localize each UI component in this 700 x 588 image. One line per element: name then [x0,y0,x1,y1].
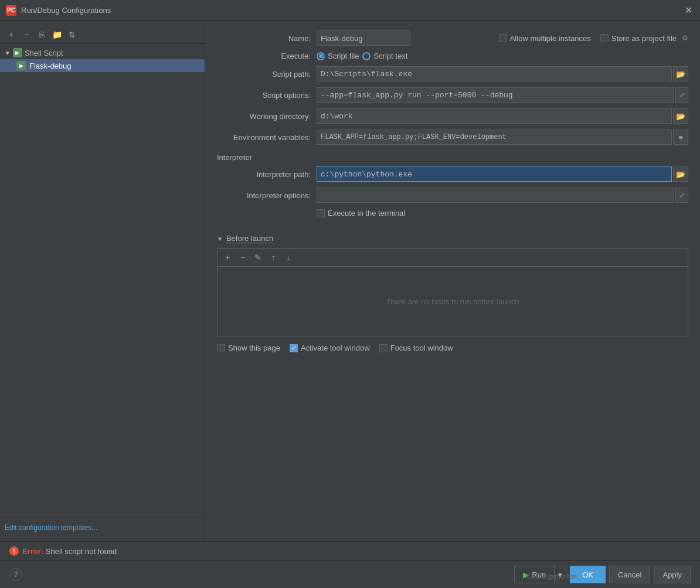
show-this-page-checkbox-item[interactable]: Show this page [217,344,280,352]
activate-tool-window-checkbox-item[interactable]: ✓ Activate tool window [290,344,370,352]
bottom-options: Show this page ✓ Activate tool window Fo… [217,344,688,352]
before-launch-chevron-icon: ▼ [217,236,223,242]
script-file-radio-item[interactable]: Script file [317,52,359,60]
error-text: Error: Shell script not found [22,547,117,556]
before-launch-down-button[interactable]: ↓ [282,251,295,264]
title-bar: PC Run/Debug Configurations ✕ [0,0,700,21]
sort-button[interactable]: ⇅ [66,28,79,41]
working-directory-input[interactable] [317,108,672,124]
add-config-button[interactable]: + [5,28,18,41]
window-title: Run/Debug Configurations [21,6,111,15]
before-launch-add-button[interactable]: + [221,251,234,264]
name-row: Name: Allow multiple instances Store as … [217,30,688,46]
allow-multiple-checkbox-item[interactable]: Allow multiple instances [499,34,591,43]
script-path-row: Script path: 📂 [217,66,688,81]
show-this-page-checkbox[interactable] [217,344,225,352]
before-launch-edit-button[interactable]: ✎ [252,251,264,264]
execute-label: Execute: [217,52,311,60]
script-text-radio-item[interactable]: Script text [362,52,407,60]
bottom-bar: ? CSDN @inyo film ▶ Run ▾ OK Cancel Appl… [0,560,700,588]
interpreter-path-browse-button[interactable]: 📂 [673,166,688,182]
script-options-label: Script options: [217,91,311,100]
interpreter-path-label: Interpreter path: [217,170,311,179]
interpreter-path-input[interactable] [317,166,672,182]
close-button[interactable]: ✕ [682,5,694,16]
name-input[interactable] [317,30,410,46]
before-launch-title: Before launch [226,234,273,243]
before-launch-content: There are no tasks to run before launch [217,266,688,337]
interpreter-path-input-group: 📂 [317,166,688,182]
interpreter-options-expand-button[interactable]: ⤢ [675,188,688,203]
store-as-project-label: Store as project file [611,34,677,43]
script-text-label: Script text [373,52,407,60]
focus-tool-window-label: Focus tool window [390,344,453,352]
allow-multiple-checkbox[interactable] [499,34,507,42]
script-options-expand-button[interactable]: ⤢ [675,87,688,103]
folder-button[interactable]: 📁 [50,28,63,41]
before-launch-toolbar: + − ✎ ↑ ↓ [217,248,688,266]
shell-script-icon: ▶ [13,48,22,57]
sidebar: + − ⎘ 📁 ⇅ ▼ ▶ Shell Script ▶ Flask-debug… [0,21,205,541]
working-directory-row: Working directory: 📂 [217,108,688,124]
name-row-right: Allow multiple instances Store as projec… [317,30,688,46]
script-options-row: Script options: ⤢ [217,87,688,103]
app-icon: PC [6,5,16,16]
apply-button[interactable]: Apply [654,566,691,583]
watermark: CSDN @inyo film [526,573,577,580]
copy-config-button[interactable]: ⎘ [35,28,48,41]
error-icon: ! [9,546,19,556]
script-path-input[interactable] [317,66,672,81]
execute-terminal-row: Execute in the terminal [317,209,688,217]
before-launch-up-button[interactable]: ↑ [267,251,280,264]
shell-script-group[interactable]: ▼ ▶ Shell Script [0,46,205,59]
before-launch-section: ▼ Before launch + − ✎ ↑ ↓ There are no t… [217,228,688,337]
focus-tool-window-checkbox-item[interactable]: Focus tool window [379,344,453,352]
bottom-bar-left: ? [9,568,22,581]
working-directory-browse-button[interactable]: 📂 [673,108,688,124]
script-text-radio[interactable] [362,52,371,60]
show-this-page-label: Show this page [228,344,280,352]
focus-tool-window-checkbox[interactable] [379,344,388,352]
activate-tool-window-checkbox[interactable]: ✓ [290,344,298,352]
script-file-radio[interactable] [317,52,325,60]
flask-debug-item[interactable]: ▶ Flask-debug [0,59,205,72]
execute-terminal-checkbox[interactable] [317,209,325,217]
env-variables-edit-button[interactable]: ≡ [673,130,688,145]
config-panel: Name: Allow multiple instances Store as … [205,21,700,541]
sidebar-toolbar: + − ⎘ 📁 ⇅ [0,26,205,44]
script-options-input-group: ⤢ [317,87,688,103]
flask-debug-label: Flask-debug [29,62,72,70]
script-path-browse-button[interactable]: 📂 [673,66,688,81]
edit-templates-link[interactable]: Edit configuration templates... [5,524,97,532]
execute-options: Script file Script text [317,52,407,60]
sidebar-footer: Edit configuration templates... [0,518,205,536]
cancel-button[interactable]: Cancel [609,566,650,583]
error-message-text: Shell script not found [46,547,117,556]
env-variables-input-group: ≡ [317,130,688,145]
env-variables-label: Environment variables: [217,133,311,142]
interpreter-options-input-group: ⤢ [317,188,688,203]
interpreter-section-label: Interpreter [217,153,252,162]
before-launch-remove-button[interactable]: − [236,251,249,264]
execute-terminal-label: Execute in the terminal [328,209,405,217]
env-variables-row: Environment variables: ≡ [217,130,688,145]
execute-row: Execute: Script file Script text [217,52,688,60]
activate-tool-window-label: Activate tool window [301,344,370,352]
group-chevron-icon: ▼ [5,50,11,56]
working-directory-label: Working directory: [217,112,311,121]
env-variables-input[interactable] [317,130,672,145]
interpreter-options-input[interactable] [317,188,674,203]
name-label: Name: [217,34,311,43]
main-content: + − ⎘ 📁 ⇅ ▼ ▶ Shell Script ▶ Flask-debug… [0,21,700,541]
main-window: PC Run/Debug Configurations ✕ + − ⎘ 📁 ⇅ … [0,0,700,588]
remove-config-button[interactable]: − [20,28,33,41]
script-path-label: Script path: [217,70,311,79]
execute-terminal-checkbox-item[interactable]: Execute in the terminal [317,209,405,217]
interpreter-section: Interpreter [217,153,688,162]
interpreter-path-row: Interpreter path: 📂 [217,166,688,182]
store-as-project-checkbox[interactable] [600,34,609,42]
help-button[interactable]: ? [9,568,22,581]
script-options-input[interactable] [317,87,674,103]
working-directory-input-group: 📂 [317,108,688,124]
store-as-project-checkbox-item[interactable]: Store as project file ⚙ [600,34,688,43]
